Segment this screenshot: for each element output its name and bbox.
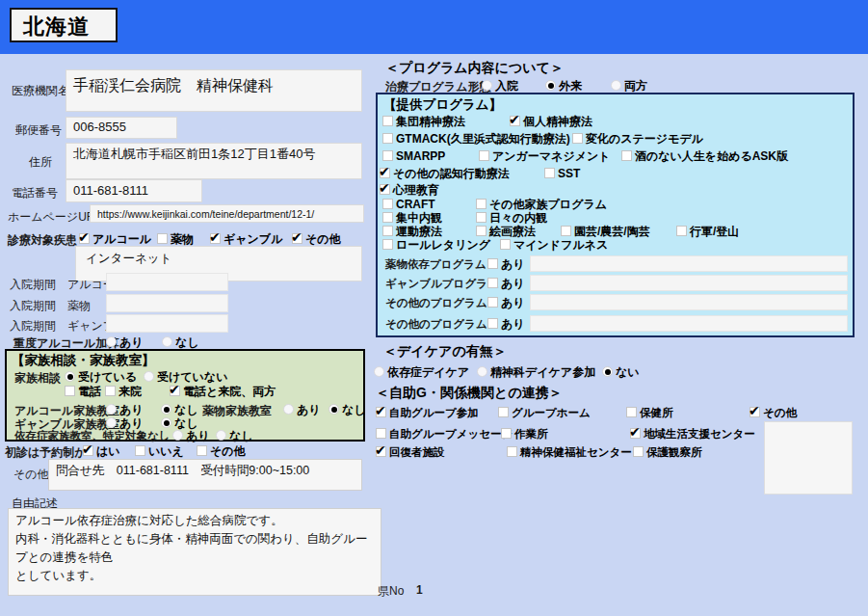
disease-option-gambling[interactable]: ギャンブル (210, 232, 282, 246)
coop-group-home[interactable]: グループホーム (498, 406, 591, 419)
severe-addition-no[interactable]: なし (162, 335, 199, 349)
radio-icon[interactable] (545, 80, 556, 91)
gambling-class-no[interactable]: なし (161, 416, 198, 430)
address-field[interactable]: 北海道札幌市手稲区前田1条12丁目1番40号 (66, 143, 362, 179)
contact-other-field[interactable]: 問合せ先 011-681-8111 受付時間9:00~15:00 (48, 459, 362, 491)
radio-icon[interactable] (477, 366, 487, 377)
disease-option-drug[interactable]: 薬物 (157, 232, 194, 246)
checkbox-icon[interactable] (630, 428, 641, 439)
checkbox-icon[interactable] (498, 407, 509, 417)
coop-recovery-facility[interactable]: 回復者施設 (376, 445, 445, 459)
checkbox-icon[interactable] (197, 445, 207, 456)
checkbox-icon[interactable] (292, 233, 302, 244)
program-item-stage-model[interactable]: 変化のステージモデル (572, 132, 703, 146)
daycare-none[interactable]: ない (602, 365, 640, 379)
program-item-gtmack[interactable]: GTMACK(久里浜式認知行動療法) (382, 132, 570, 146)
coop-other[interactable]: その他 (750, 406, 797, 419)
checkbox-icon[interactable] (561, 226, 571, 236)
checkbox-icon[interactable] (487, 258, 498, 269)
radio-icon[interactable] (106, 336, 117, 347)
alcohol-class-no[interactable]: なし (161, 403, 198, 416)
radio-icon[interactable] (144, 371, 154, 382)
checkbox-icon[interactable] (382, 116, 393, 126)
checkbox-icon[interactable] (500, 239, 511, 250)
radio-icon[interactable] (162, 336, 172, 347)
checkbox-icon[interactable] (501, 428, 512, 439)
program-item-craft[interactable]: CRAFT (382, 198, 435, 211)
checkbox-icon[interactable] (83, 445, 93, 456)
radio-icon[interactable] (161, 404, 171, 415)
stay-drug-field[interactable] (106, 294, 228, 312)
stay-gambling-field[interactable] (106, 314, 228, 333)
radio-icon[interactable] (283, 404, 294, 415)
disease-option-alcohol[interactable]: アルコール (79, 232, 151, 246)
checkbox-icon[interactable] (510, 116, 520, 126)
program-item-hiking[interactable]: 行軍/登山 (676, 225, 739, 238)
checkbox-icon[interactable] (476, 226, 487, 236)
drug-class-no[interactable]: なし (329, 403, 366, 416)
program-item-group-psychotherapy[interactable]: 集団精神療法 (382, 115, 465, 128)
institution-name-field[interactable]: 手稲渓仁会病院 精神保健科 (66, 69, 362, 112)
checkbox-icon[interactable] (633, 446, 644, 457)
checkbox-icon[interactable] (382, 212, 393, 223)
checkbox-icon[interactable] (626, 407, 637, 417)
alcohol-class-yes[interactable]: あり (106, 403, 144, 416)
checkbox-icon[interactable] (621, 150, 632, 161)
other-program-2-field[interactable] (530, 315, 848, 332)
checkbox-icon[interactable] (380, 184, 390, 195)
checkbox-icon[interactable] (476, 199, 487, 209)
gambling-class-yes[interactable]: あり (106, 416, 144, 430)
coop-probation-office[interactable]: 保護観察所 (633, 445, 702, 459)
phone-field[interactable]: 011-681-8111 (66, 179, 202, 202)
general-class-no[interactable]: なし (216, 429, 253, 442)
program-item-sst[interactable]: SST (544, 167, 580, 180)
program-form-both[interactable]: 両方 (611, 79, 647, 93)
drug-class-yes[interactable]: あり (283, 403, 321, 416)
homepage-url-field[interactable]: https://www.keijinkai.com/teine/departme… (90, 204, 364, 223)
other-program-2-ari[interactable]: あり (487, 317, 525, 331)
radio-icon[interactable] (374, 366, 384, 377)
program-form-outpatient[interactable]: 外来 (545, 79, 582, 93)
radio-icon[interactable] (106, 417, 117, 428)
coop-health-center[interactable]: 保健所 (626, 406, 673, 419)
consult-method-visit[interactable]: 来院 (105, 385, 142, 398)
coop-workshop[interactable]: 作業所 (501, 427, 548, 441)
checkbox-icon[interactable] (376, 407, 386, 417)
first-visit-yes[interactable]: はい (83, 444, 120, 458)
gambling-program-field[interactable] (530, 275, 848, 291)
radio-icon[interactable] (172, 430, 183, 441)
checkbox-icon[interactable] (487, 278, 498, 288)
daycare-addiction[interactable]: 依存症デイケア (374, 365, 469, 379)
program-item-other-family-program[interactable]: その他家族プログラム (476, 198, 607, 211)
daycare-psychiatric[interactable]: 精神科デイケア参加 (477, 365, 595, 379)
general-class-yes[interactable]: あり (172, 429, 210, 442)
radio-icon[interactable] (482, 80, 492, 91)
checkbox-icon[interactable] (544, 168, 555, 178)
drug-program-ari[interactable]: あり (487, 257, 525, 271)
checkbox-icon[interactable] (376, 446, 386, 457)
checkbox-icon[interactable] (572, 133, 583, 144)
checkbox-icon[interactable] (170, 386, 180, 396)
checkbox-icon[interactable] (487, 297, 498, 308)
checkbox-icon[interactable] (479, 150, 489, 161)
checkbox-icon[interactable] (65, 386, 75, 396)
coop-self-help-message[interactable]: 自助グループメッセージ (376, 427, 513, 441)
radio-icon[interactable] (329, 404, 339, 415)
radio-icon[interactable] (161, 417, 171, 428)
program-item-role-lettering[interactable]: ロールレタリング (382, 238, 490, 252)
program-item-horticulture[interactable]: 園芸/農芸/陶芸 (561, 225, 650, 238)
checkbox-icon[interactable] (135, 445, 145, 456)
postal-code-field[interactable]: 006-8555 (66, 117, 177, 139)
checkbox-icon[interactable] (157, 233, 168, 244)
other-program-1-ari[interactable]: あり (487, 296, 525, 309)
checkbox-icon[interactable] (382, 239, 393, 250)
first-visit-other[interactable]: その他 (197, 444, 246, 458)
program-item-mindfulness[interactable]: マインドフルネス (500, 238, 608, 252)
checkbox-icon[interactable] (382, 133, 393, 144)
checkbox-icon[interactable] (487, 318, 498, 329)
program-form-inpatient[interactable]: 入院 (482, 79, 518, 93)
checkbox-icon[interactable] (382, 150, 393, 161)
program-item-daily-naikan[interactable]: 日々の内観 (476, 211, 547, 225)
checkbox-icon[interactable] (507, 446, 517, 457)
program-item-smarpp[interactable]: SMARPP (382, 149, 445, 163)
